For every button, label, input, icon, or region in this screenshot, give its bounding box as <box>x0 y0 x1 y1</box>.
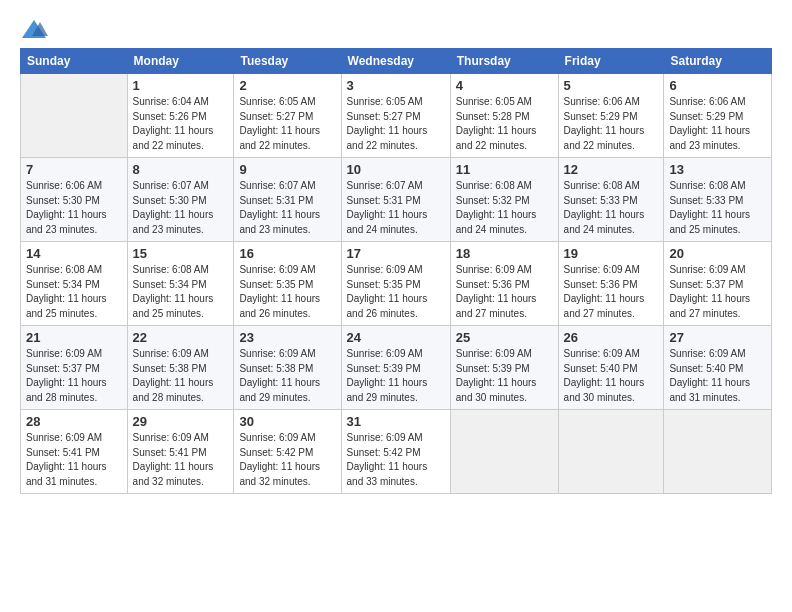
logo-icon <box>20 18 48 40</box>
day-number: 6 <box>669 78 766 93</box>
calendar-cell <box>558 410 664 494</box>
day-number: 7 <box>26 162 122 177</box>
day-number: 20 <box>669 246 766 261</box>
day-number: 13 <box>669 162 766 177</box>
calendar-cell: 4Sunrise: 6:05 AMSunset: 5:28 PMDaylight… <box>450 74 558 158</box>
day-info: Sunrise: 6:08 AMSunset: 5:34 PMDaylight:… <box>133 263 229 321</box>
calendar-cell: 12Sunrise: 6:08 AMSunset: 5:33 PMDayligh… <box>558 158 664 242</box>
day-info: Sunrise: 6:09 AMSunset: 5:36 PMDaylight:… <box>456 263 553 321</box>
day-header-saturday: Saturday <box>664 49 772 74</box>
day-info: Sunrise: 6:07 AMSunset: 5:31 PMDaylight:… <box>239 179 335 237</box>
calendar-cell: 29Sunrise: 6:09 AMSunset: 5:41 PMDayligh… <box>127 410 234 494</box>
day-info: Sunrise: 6:09 AMSunset: 5:42 PMDaylight:… <box>239 431 335 489</box>
calendar-body: 1Sunrise: 6:04 AMSunset: 5:26 PMDaylight… <box>21 74 772 494</box>
day-header-monday: Monday <box>127 49 234 74</box>
day-number: 22 <box>133 330 229 345</box>
calendar-cell: 27Sunrise: 6:09 AMSunset: 5:40 PMDayligh… <box>664 326 772 410</box>
day-info: Sunrise: 6:06 AMSunset: 5:30 PMDaylight:… <box>26 179 122 237</box>
day-number: 11 <box>456 162 553 177</box>
week-row-4: 28Sunrise: 6:09 AMSunset: 5:41 PMDayligh… <box>21 410 772 494</box>
calendar-cell: 1Sunrise: 6:04 AMSunset: 5:26 PMDaylight… <box>127 74 234 158</box>
day-number: 5 <box>564 78 659 93</box>
day-info: Sunrise: 6:09 AMSunset: 5:35 PMDaylight:… <box>239 263 335 321</box>
calendar-cell: 3Sunrise: 6:05 AMSunset: 5:27 PMDaylight… <box>341 74 450 158</box>
calendar: SundayMondayTuesdayWednesdayThursdayFrid… <box>20 48 772 494</box>
day-info: Sunrise: 6:09 AMSunset: 5:40 PMDaylight:… <box>564 347 659 405</box>
day-info: Sunrise: 6:09 AMSunset: 5:40 PMDaylight:… <box>669 347 766 405</box>
day-number: 4 <box>456 78 553 93</box>
day-number: 23 <box>239 330 335 345</box>
day-number: 15 <box>133 246 229 261</box>
day-number: 27 <box>669 330 766 345</box>
calendar-cell: 10Sunrise: 6:07 AMSunset: 5:31 PMDayligh… <box>341 158 450 242</box>
logo <box>20 18 52 40</box>
day-number: 12 <box>564 162 659 177</box>
day-header-friday: Friday <box>558 49 664 74</box>
day-number: 21 <box>26 330 122 345</box>
day-info: Sunrise: 6:08 AMSunset: 5:33 PMDaylight:… <box>564 179 659 237</box>
calendar-cell <box>21 74 128 158</box>
day-number: 19 <box>564 246 659 261</box>
calendar-cell: 7Sunrise: 6:06 AMSunset: 5:30 PMDaylight… <box>21 158 128 242</box>
day-info: Sunrise: 6:09 AMSunset: 5:41 PMDaylight:… <box>133 431 229 489</box>
calendar-cell: 30Sunrise: 6:09 AMSunset: 5:42 PMDayligh… <box>234 410 341 494</box>
day-header-thursday: Thursday <box>450 49 558 74</box>
day-number: 10 <box>347 162 445 177</box>
calendar-cell: 31Sunrise: 6:09 AMSunset: 5:42 PMDayligh… <box>341 410 450 494</box>
day-info: Sunrise: 6:09 AMSunset: 5:37 PMDaylight:… <box>26 347 122 405</box>
day-number: 18 <box>456 246 553 261</box>
day-number: 25 <box>456 330 553 345</box>
day-info: Sunrise: 6:09 AMSunset: 5:36 PMDaylight:… <box>564 263 659 321</box>
calendar-cell: 24Sunrise: 6:09 AMSunset: 5:39 PMDayligh… <box>341 326 450 410</box>
day-info: Sunrise: 6:06 AMSunset: 5:29 PMDaylight:… <box>564 95 659 153</box>
week-row-2: 14Sunrise: 6:08 AMSunset: 5:34 PMDayligh… <box>21 242 772 326</box>
day-number: 31 <box>347 414 445 429</box>
day-header-sunday: Sunday <box>21 49 128 74</box>
day-info: Sunrise: 6:09 AMSunset: 5:38 PMDaylight:… <box>239 347 335 405</box>
header <box>20 18 772 40</box>
day-number: 26 <box>564 330 659 345</box>
day-info: Sunrise: 6:09 AMSunset: 5:39 PMDaylight:… <box>347 347 445 405</box>
day-info: Sunrise: 6:08 AMSunset: 5:33 PMDaylight:… <box>669 179 766 237</box>
calendar-cell <box>450 410 558 494</box>
calendar-cell: 15Sunrise: 6:08 AMSunset: 5:34 PMDayligh… <box>127 242 234 326</box>
calendar-cell: 21Sunrise: 6:09 AMSunset: 5:37 PMDayligh… <box>21 326 128 410</box>
day-number: 1 <box>133 78 229 93</box>
day-header-wednesday: Wednesday <box>341 49 450 74</box>
day-number: 3 <box>347 78 445 93</box>
calendar-cell: 22Sunrise: 6:09 AMSunset: 5:38 PMDayligh… <box>127 326 234 410</box>
calendar-cell: 2Sunrise: 6:05 AMSunset: 5:27 PMDaylight… <box>234 74 341 158</box>
day-number: 16 <box>239 246 335 261</box>
day-number: 14 <box>26 246 122 261</box>
day-number: 24 <box>347 330 445 345</box>
day-info: Sunrise: 6:09 AMSunset: 5:35 PMDaylight:… <box>347 263 445 321</box>
day-info: Sunrise: 6:06 AMSunset: 5:29 PMDaylight:… <box>669 95 766 153</box>
calendar-cell: 20Sunrise: 6:09 AMSunset: 5:37 PMDayligh… <box>664 242 772 326</box>
day-info: Sunrise: 6:05 AMSunset: 5:28 PMDaylight:… <box>456 95 553 153</box>
day-header-tuesday: Tuesday <box>234 49 341 74</box>
calendar-cell: 28Sunrise: 6:09 AMSunset: 5:41 PMDayligh… <box>21 410 128 494</box>
calendar-cell: 16Sunrise: 6:09 AMSunset: 5:35 PMDayligh… <box>234 242 341 326</box>
day-number: 29 <box>133 414 229 429</box>
calendar-cell: 18Sunrise: 6:09 AMSunset: 5:36 PMDayligh… <box>450 242 558 326</box>
calendar-cell: 11Sunrise: 6:08 AMSunset: 5:32 PMDayligh… <box>450 158 558 242</box>
calendar-header: SundayMondayTuesdayWednesdayThursdayFrid… <box>21 49 772 74</box>
day-info: Sunrise: 6:08 AMSunset: 5:32 PMDaylight:… <box>456 179 553 237</box>
calendar-cell: 19Sunrise: 6:09 AMSunset: 5:36 PMDayligh… <box>558 242 664 326</box>
day-number: 30 <box>239 414 335 429</box>
day-info: Sunrise: 6:09 AMSunset: 5:39 PMDaylight:… <box>456 347 553 405</box>
calendar-cell: 26Sunrise: 6:09 AMSunset: 5:40 PMDayligh… <box>558 326 664 410</box>
calendar-cell: 23Sunrise: 6:09 AMSunset: 5:38 PMDayligh… <box>234 326 341 410</box>
calendar-cell: 5Sunrise: 6:06 AMSunset: 5:29 PMDaylight… <box>558 74 664 158</box>
day-info: Sunrise: 6:09 AMSunset: 5:38 PMDaylight:… <box>133 347 229 405</box>
calendar-cell: 6Sunrise: 6:06 AMSunset: 5:29 PMDaylight… <box>664 74 772 158</box>
calendar-cell: 8Sunrise: 6:07 AMSunset: 5:30 PMDaylight… <box>127 158 234 242</box>
calendar-cell: 14Sunrise: 6:08 AMSunset: 5:34 PMDayligh… <box>21 242 128 326</box>
day-number: 2 <box>239 78 335 93</box>
day-number: 8 <box>133 162 229 177</box>
day-number: 28 <box>26 414 122 429</box>
calendar-cell: 9Sunrise: 6:07 AMSunset: 5:31 PMDaylight… <box>234 158 341 242</box>
day-info: Sunrise: 6:05 AMSunset: 5:27 PMDaylight:… <box>347 95 445 153</box>
day-number: 9 <box>239 162 335 177</box>
calendar-cell: 13Sunrise: 6:08 AMSunset: 5:33 PMDayligh… <box>664 158 772 242</box>
